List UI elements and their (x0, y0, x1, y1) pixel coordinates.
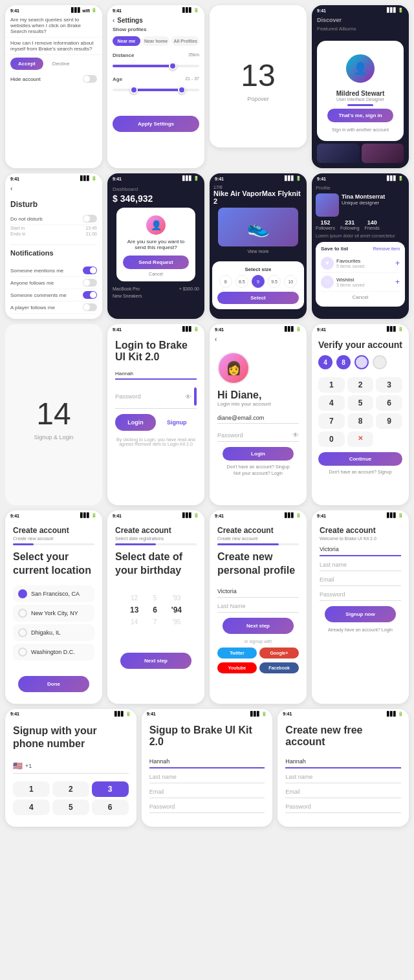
location-dc[interactable]: Washington D.C. (13, 644, 94, 660)
tab-near-me[interactable]: Near me (113, 36, 140, 46)
view-more-link[interactable]: View more (213, 249, 303, 254)
age-min-thumb[interactable] (130, 86, 138, 94)
card-shop: 9:41 ▋▋▋ 🔋 17/6 Nike Air VaporMax Flykni… (210, 173, 307, 319)
back-arrow-icon[interactable]: ‹ (113, 17, 114, 24)
key-4[interactable]: 4 (318, 395, 345, 411)
battery-icon: 🔋 (91, 176, 97, 181)
signup-name-field[interactable]: Hannah (149, 756, 265, 768)
signup-email-field[interactable]: Email (149, 786, 265, 798)
key-1[interactable]: 1 (318, 377, 345, 393)
size-10[interactable]: 10 (284, 275, 297, 288)
free-lastname-field[interactable]: Last name (285, 771, 401, 783)
free-password-field[interactable]: Password (285, 801, 401, 813)
key-6[interactable]: 6 (376, 395, 402, 411)
phone-key-4[interactable]: 4 (13, 800, 50, 815)
create-email-field[interactable]: Email (320, 574, 401, 586)
age-track[interactable] (113, 89, 199, 91)
notif-label-3: Someone comments me (10, 292, 67, 298)
key-3[interactable]: 3 (376, 377, 402, 393)
signup-link[interactable]: Signup (158, 414, 195, 431)
accept-button[interactable]: Accept (10, 58, 43, 70)
phone-key-5[interactable]: 5 (52, 800, 89, 815)
facebook-button[interactable]: Facebook (259, 662, 299, 673)
wishlist-add-icon[interactable]: + (395, 278, 400, 287)
phone-key-3[interactable]: 3 (92, 781, 129, 797)
distance-thumb[interactable] (169, 62, 177, 70)
distance-track[interactable] (113, 65, 199, 67)
free-email-field[interactable]: Email (285, 786, 401, 798)
signin-button[interactable]: That's me, sign in (327, 109, 393, 122)
signup-password-field[interactable]: Password (149, 801, 265, 813)
send-request-button[interactable]: Send Request (123, 256, 189, 269)
hide-account-toggle[interactable] (83, 75, 97, 83)
phone-input-row[interactable]: 🇺🇸 +1 (13, 759, 129, 774)
key-2[interactable]: 2 (347, 377, 374, 393)
name-field[interactable]: Victoria (217, 585, 299, 598)
signup-now-button[interactable]: Signup now (325, 606, 396, 622)
no-account-text[interactable]: Don't have an account? Singup (217, 464, 299, 469)
fav-add-icon[interactable]: + (395, 259, 400, 268)
size-9-5[interactable]: 9.5 (268, 275, 281, 288)
free-name-field[interactable]: Hannah (285, 756, 401, 768)
size-8[interactable]: 8 (219, 275, 232, 288)
login-button[interactable]: Login (115, 414, 156, 431)
cancel-save-link[interactable]: Cancel (321, 292, 400, 303)
location-dhigaku[interactable]: Dhigaku, IL (13, 624, 94, 641)
key-7[interactable]: 7 (318, 413, 345, 429)
key-8[interactable]: 8 (347, 413, 374, 429)
notif-toggle-1[interactable] (83, 267, 97, 274)
back-arrow-icon[interactable]: ‹ (215, 336, 217, 343)
decline-button[interactable]: Decline (47, 58, 75, 70)
google-button[interactable]: Google+ (259, 648, 299, 659)
otp-dots: 4 8 (318, 355, 402, 369)
birthday-next-button[interactable]: Next step (120, 653, 191, 669)
youtube-button[interactable]: Youtube (217, 662, 257, 673)
profile-overlay-card: 👤 Mildred Stewart User Interface Designe… (317, 41, 404, 141)
do-not-disturb-toggle[interactable] (83, 215, 97, 223)
key-5[interactable]: 5 (347, 395, 374, 411)
lastname-field[interactable]: Last Name (217, 600, 299, 613)
status-bar-42: 9:41 ▋▋▋ 🔋 (107, 510, 204, 519)
eye-icon[interactable]: 👁 (185, 393, 191, 400)
signup-lastname-field[interactable]: Last name (149, 771, 265, 783)
notif-toggle-4[interactable] (83, 303, 97, 311)
size-8-5[interactable]: 8.5 (235, 275, 248, 288)
date-picker[interactable]: 12 13 14 5 6 7 '93 '94 '95 (115, 585, 197, 635)
cancel-link[interactable]: Cancel (123, 272, 189, 276)
location-sf[interactable]: San Francisco, CA (13, 585, 94, 602)
diane-login-button[interactable]: Login (223, 447, 294, 461)
save-list-link[interactable]: Remove item (373, 246, 400, 251)
location-nyc[interactable]: New York City, NY (13, 605, 94, 622)
key-del[interactable]: ✕ (347, 431, 374, 447)
another-account-link[interactable]: Sign in with another account (322, 125, 398, 135)
key-9[interactable]: 9 (376, 413, 402, 429)
settings-title: Settings (117, 17, 142, 24)
phone-key-1[interactable]: 1 (13, 781, 50, 797)
phone-key-2[interactable]: 2 (52, 781, 89, 797)
create-birthday-section: Create account Select date registrations… (107, 519, 204, 681)
create-name-field[interactable]: Victoria (320, 543, 401, 556)
apply-settings-button[interactable]: Apply Settings (113, 116, 199, 132)
notif-toggle-2[interactable] (83, 279, 97, 287)
continue-button[interactable]: Continue (318, 452, 402, 466)
select-size-button[interactable]: Select (217, 292, 299, 304)
tab-all-profiles[interactable]: All Profiles (171, 36, 199, 46)
notif-label-2: Anyone follows me (10, 280, 54, 286)
twitter-button[interactable]: Twitter (217, 648, 257, 659)
phone-key-6[interactable]: 6 (92, 800, 129, 815)
already-have-account[interactable]: Already have an account? Login (320, 627, 401, 632)
tab-near-home[interactable]: Near home (142, 36, 170, 46)
not-you-text[interactable]: Not your account? Login (217, 471, 299, 475)
card-login: 9:41 ▋▋▋ 🔋 Login to Brake UI Kit 2.0 Han… (107, 324, 204, 505)
profile-next-button[interactable]: Next step (223, 618, 294, 634)
notif-toggle-3[interactable] (83, 291, 97, 299)
age-max-thumb[interactable] (178, 86, 186, 94)
eye-icon-diane[interactable]: 👁 (292, 431, 299, 439)
create-password-field[interactable]: Password (320, 589, 401, 601)
key-0[interactable]: 0 (318, 431, 345, 447)
no-account-verify[interactable]: Don't have an account? Signup (318, 470, 402, 474)
back-arrow-icon[interactable]: ‹ (10, 185, 12, 192)
size-9[interactable]: 9 (252, 275, 265, 288)
done-button[interactable]: Done (18, 676, 89, 692)
create-lastname-field[interactable]: Last name (320, 559, 401, 571)
